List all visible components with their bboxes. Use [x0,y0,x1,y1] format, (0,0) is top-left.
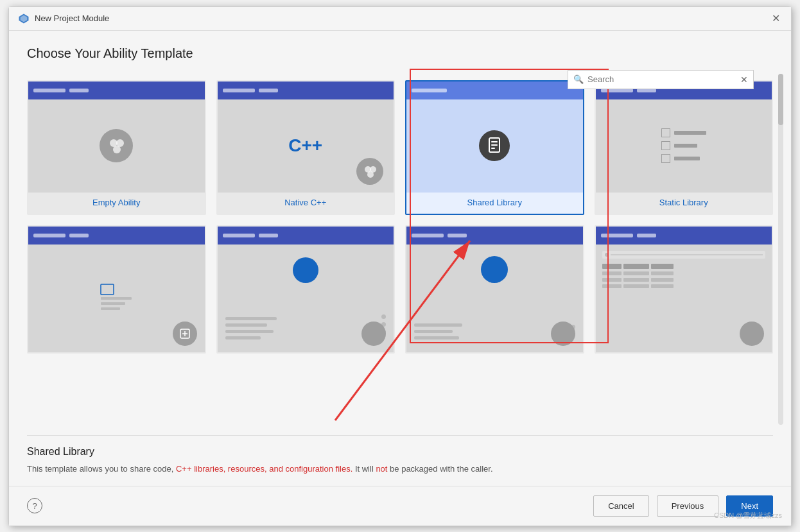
card-body: C++ [218,99,394,193]
dialog-title: New Project Module [35,13,764,23]
card-header [596,227,772,245]
scrollbar-thumb [778,74,783,125]
previous-button[interactable]: Previous [657,495,719,517]
list-lines [225,317,277,339]
static-library-icon [661,128,706,163]
card-header [28,82,205,99]
template-card-table[interactable] [595,225,774,354]
header-bar [412,89,447,92]
svg-rect-12 [491,144,498,146]
header-bar [223,89,255,92]
header-bar [601,234,633,237]
app-icon [18,13,30,24]
search-bar[interactable]: 🔍 ✕ [568,70,754,89]
svg-point-9 [367,171,374,178]
svg-rect-17 [101,307,120,310]
header-bar-short [259,234,278,237]
description-area: Shared Library This template allows you … [27,435,773,476]
card-body [406,99,583,193]
watermark: CSDN @雪芽蓝域zzs [714,511,782,520]
card-label: Native C++ [282,193,329,214]
template-card-list[interactable] [216,225,396,354]
native-cpp-bottom-icon [356,158,383,185]
table-card-search [602,251,766,259]
list-bottom-icon [361,322,386,346]
search-input[interactable] [587,74,736,84]
card-body [406,245,583,352]
title-bar: New Project Module ✕ [9,7,791,31]
template-card-static-library[interactable]: Static Library [595,80,774,215]
desc-text-3: be packaged with the caller. [387,464,492,474]
cpp-icon: C++ [288,135,322,156]
card-body [596,99,772,193]
card-body [218,245,394,352]
cancel-button[interactable]: Cancel [593,495,648,517]
card-header [218,227,394,245]
card-label: Shared Library [465,193,525,214]
header-bar-short [637,234,656,237]
list-blue-circle [293,257,318,283]
desc-text-2: It will [352,464,376,474]
dialog-footer: ? Cancel Previous Next [9,486,791,526]
template-card-empty-ability[interactable]: Empty Ability [27,80,206,215]
detail-lines [414,323,462,339]
empty-ability-icon [100,129,133,162]
template-card-form[interactable] [27,225,206,354]
header-bar [223,234,255,237]
scrollbar[interactable] [778,74,783,425]
card-label: Empty Ability [90,193,143,214]
header-bar [412,234,444,237]
card-header [406,82,583,99]
page-title: Choose Your Ability Template [27,46,773,61]
desc-text-1: This template allows you to share code, [27,464,176,474]
help-button[interactable]: ? [27,498,42,513]
form-bottom-icon [173,322,197,346]
dialog-body: Choose Your Ability Template 🔍 ✕ [9,31,791,486]
header-bar-short [259,89,278,92]
search-clear-icon[interactable]: ✕ [740,74,748,85]
header-bar-short [448,234,467,237]
content-area: 🔍 ✕ [27,74,773,425]
selected-template-description: This template allows you to share code, … [27,463,773,476]
card-body [28,245,205,352]
header-bar-short [69,89,89,92]
card-header [28,227,205,245]
svg-rect-14 [101,284,114,295]
header-bar-short [69,234,89,237]
template-card-native-cpp[interactable]: C++ [216,80,396,215]
detail-bottom-icon [551,322,575,346]
close-button[interactable]: ✕ [769,12,782,25]
templates-grid-container: 🔍 ✕ [27,74,773,425]
svg-rect-15 [101,297,132,300]
card-header [406,227,583,245]
dialog: New Project Module ✕ Choose Your Ability… [8,6,792,526]
header-bar [33,89,65,92]
template-card-shared-library[interactable]: Shared Library [405,80,584,215]
template-card-detail[interactable] [405,225,584,354]
card-label: Static Library [657,193,711,214]
svg-rect-13 [491,148,495,149]
card-body [28,99,205,193]
table-bottom-icon [740,322,764,346]
shared-library-icon [479,130,510,161]
svg-rect-16 [101,302,125,305]
svg-rect-11 [491,141,498,142]
templates-grid: Empty Ability C++ [27,80,773,354]
svg-point-6 [113,146,121,153]
header-bar [33,234,65,237]
card-header [218,82,394,99]
selected-template-name: Shared Library [27,446,773,458]
search-icon: 🔍 [573,74,584,84]
form-icon [100,283,133,314]
card-body [596,245,772,352]
detail-blue-circle [481,256,508,283]
table-icon [596,264,772,288]
